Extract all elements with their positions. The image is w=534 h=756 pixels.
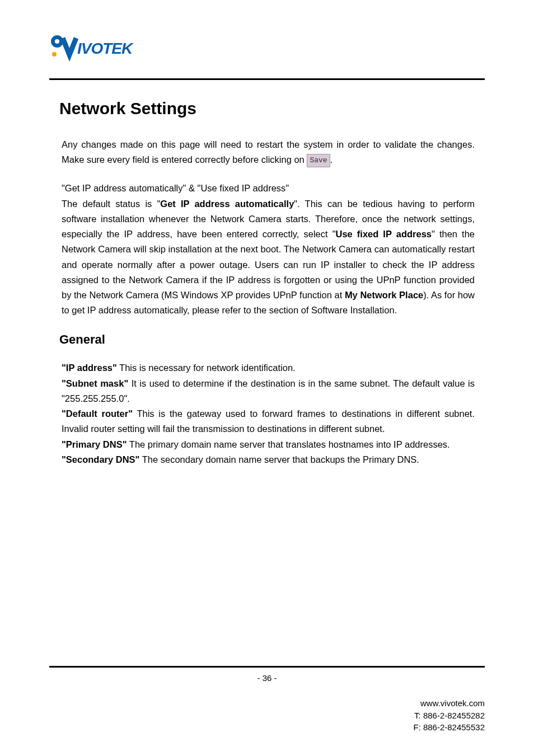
svg-point-2 (52, 52, 57, 57)
default-router-label: "Default router" (62, 408, 133, 419)
primary-dns-text: The primary domain name server that tran… (127, 439, 450, 449)
use-fixed-ip-label: Use fixed IP address (336, 229, 432, 239)
my-network-place-label: My Network Place (345, 290, 423, 300)
footer-tel: T: 886-2-82455282 (49, 710, 485, 722)
primary-dns-label: "Primary DNS" (62, 439, 127, 449)
secondary-dns-label: "Secondary DNS" (62, 454, 139, 464)
ip-address-text: This is necessary for network identifica… (117, 363, 296, 373)
definitions-list: "IP address" This is necessary for netwo… (62, 360, 475, 467)
getip-heading-line: "Get IP address automatically" & "Use fi… (62, 181, 475, 196)
getip-description: The default status is "Get IP address au… (62, 196, 475, 318)
page-title: Network Settings (59, 99, 485, 118)
vivotek-logo-icon: IVOTEK (49, 34, 161, 62)
ip-address-label: "IP address" (62, 363, 117, 373)
header-divider (49, 78, 485, 80)
secondary-dns-text: The secondary domain name server that ba… (139, 454, 419, 464)
footer-contact: www.vivotek.com T: 886-2-82455282 F: 886… (49, 697, 485, 734)
footer-url: www.vivotek.com (49, 697, 485, 710)
logo: IVOTEK (49, 34, 485, 64)
page-number: - 36 - (49, 673, 485, 683)
getip-text-a: The default status is " (62, 199, 160, 209)
footer-fax: F: 886-2-82455532 (49, 721, 485, 734)
footer-divider (49, 666, 485, 668)
page-footer: - 36 - www.vivotek.com T: 886-2-82455282… (49, 666, 485, 734)
subnet-mask-label: "Subnet mask" (62, 378, 128, 388)
intro-paragraph: Any changes made on this page will need … (62, 137, 475, 167)
intro-text-b: . (330, 154, 333, 165)
svg-text:IVOTEK: IVOTEK (77, 40, 134, 57)
intro-text-a: Any changes made on this page will need … (62, 139, 475, 165)
get-ip-section: "Get IP address automatically" & "Use fi… (62, 181, 475, 318)
svg-point-1 (55, 39, 59, 44)
save-button[interactable]: Save (307, 154, 330, 167)
general-heading: General (59, 332, 485, 347)
getip-text-c: " then the Network Camera will skip inst… (62, 229, 475, 300)
get-ip-auto-label: Get IP address automatically (160, 199, 294, 209)
